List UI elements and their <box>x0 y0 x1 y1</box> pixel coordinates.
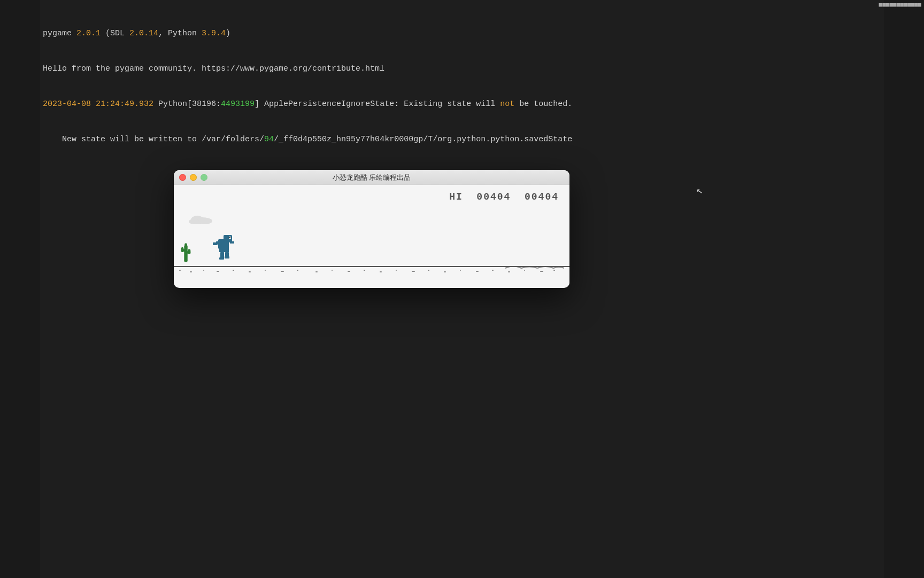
terminal-line-2: Hello from the pygame community. https:/… <box>40 63 884 75</box>
maximize-button[interactable] <box>201 174 207 181</box>
svg-rect-39 <box>444 271 446 272</box>
dinosaur <box>209 234 235 266</box>
cactus <box>180 242 192 266</box>
svg-rect-16 <box>184 245 187 262</box>
svg-rect-22 <box>179 270 181 271</box>
ground-texture <box>174 267 569 277</box>
svg-rect-36 <box>396 270 397 271</box>
svg-rect-24 <box>203 270 204 271</box>
svg-rect-26 <box>233 270 234 271</box>
svg-rect-43 <box>508 271 510 272</box>
svg-rect-18 <box>181 247 184 252</box>
window-controls <box>179 174 207 181</box>
svg-rect-21 <box>184 244 187 247</box>
status-bar: ■■■■■■■■■■■■ <box>876 0 924 9</box>
hi-label: HI <box>449 192 463 202</box>
score-display: HI 00404 00404 <box>449 192 559 202</box>
svg-rect-29 <box>281 271 284 272</box>
svg-rect-35 <box>380 271 382 272</box>
window-title: 小恐龙跑酷 乐绘编程出品 <box>333 173 411 182</box>
svg-point-2 <box>189 219 199 224</box>
svg-rect-11 <box>226 246 229 248</box>
svg-rect-27 <box>249 271 251 272</box>
current-score: 00404 <box>525 192 559 202</box>
cloud <box>186 215 212 227</box>
svg-rect-44 <box>524 270 525 271</box>
svg-rect-25 <box>217 271 219 272</box>
svg-rect-45 <box>540 271 543 272</box>
svg-rect-30 <box>297 270 298 271</box>
terminal-output: pygame 2.0.1 (SDL 2.0.14, Python 3.9.4) … <box>40 0 884 157</box>
svg-rect-46 <box>553 270 555 271</box>
game-window: 小恐龙跑酷 乐绘编程出品 HI 00404 00404 <box>174 170 569 288</box>
svg-rect-4 <box>224 235 232 242</box>
window-titlebar: 小恐龙跑酷 乐绘编程出品 <box>174 170 569 185</box>
svg-rect-9 <box>213 242 217 245</box>
terminal-line-1: pygame 2.0.1 (SDL 2.0.14, Python 3.9.4) <box>40 28 884 40</box>
svg-rect-20 <box>188 249 191 254</box>
svg-rect-34 <box>364 270 365 271</box>
svg-rect-14 <box>219 257 224 260</box>
svg-rect-41 <box>476 271 479 272</box>
svg-rect-15 <box>225 256 229 258</box>
hi-score: 00404 <box>476 192 511 202</box>
terminal-line-3: 2023-04-08 21:24:49.932 Python[38196:449… <box>40 98 884 110</box>
svg-rect-40 <box>460 270 461 271</box>
svg-rect-23 <box>190 271 192 272</box>
svg-rect-33 <box>348 271 350 272</box>
game-area[interactable]: HI 00404 00404 <box>174 185 569 287</box>
svg-rect-31 <box>315 271 318 272</box>
terminal-line-4: New state will be written to /var/folder… <box>40 134 884 146</box>
svg-rect-37 <box>412 271 415 272</box>
minimize-button[interactable] <box>190 174 197 181</box>
svg-rect-6 <box>229 237 230 238</box>
svg-rect-7 <box>230 241 234 244</box>
svg-rect-42 <box>492 270 494 271</box>
close-button[interactable] <box>179 174 186 181</box>
svg-rect-28 <box>265 270 266 271</box>
svg-rect-32 <box>332 270 333 271</box>
svg-rect-38 <box>428 270 429 271</box>
